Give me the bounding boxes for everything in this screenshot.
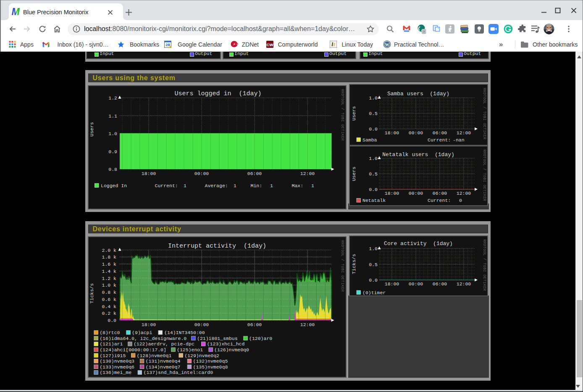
svg-text:1.6 k: 1.6 k xyxy=(102,261,116,267)
svg-text:RRDTOOL / TOBI OETIKER: RRDTOOL / TOBI OETIKER xyxy=(340,89,344,141)
svg-text:(123)xhci_hcd: (123)xhci_hcd xyxy=(207,341,245,347)
svg-text:1.0: 1.0 xyxy=(108,131,117,136)
svg-text:06:00: 06:00 xyxy=(247,322,262,327)
svg-text:0.5: 0.5 xyxy=(369,262,378,267)
svg-text:RRDTOOL / TOBI OETIKER: RRDTOOL / TOBI OETIKER xyxy=(482,149,486,201)
svg-text:0.0: 0.0 xyxy=(369,277,378,283)
svg-text:1.0 k: 1.0 k xyxy=(102,282,116,288)
svg-text:Interrupt activity (1day): Interrupt activity (1day) xyxy=(168,243,266,250)
svg-text:00:00: 00:00 xyxy=(409,281,423,287)
svg-text:0.0: 0.0 xyxy=(369,126,378,132)
svg-text:1.8 k: 1.8 k xyxy=(102,254,116,260)
svg-text:Users logged in (1day): Users logged in (1day) xyxy=(174,90,261,97)
svg-text:(122)aerdrv, pcie-dpc: (122)aerdrv, pcie-dpc xyxy=(134,341,194,347)
svg-text:Samba: Samba xyxy=(362,137,377,143)
svg-text:(0)timer: (0)timer xyxy=(362,290,386,295)
svg-text:Netatalk: Netatalk xyxy=(362,198,386,203)
svg-text:(133)nvme0q6: (133)nvme0q6 xyxy=(100,364,134,370)
svg-text:(131)nvme0q4: (131)nvme0q4 xyxy=(146,358,181,364)
svg-text:0: 0 xyxy=(459,198,462,203)
svg-text:(8)rtc0: (8)rtc0 xyxy=(100,330,120,335)
svg-text:1.4 k: 1.4 k xyxy=(102,269,116,274)
svg-text:00:00: 00:00 xyxy=(409,191,423,196)
svg-text:12:00: 12:00 xyxy=(457,281,471,287)
svg-text:0.5: 0.5 xyxy=(369,111,378,116)
svg-text:00:00: 00:00 xyxy=(194,171,209,176)
svg-text:Current:: Current: xyxy=(428,137,451,143)
svg-text:W: W xyxy=(385,42,389,47)
svg-text:12:00: 12:00 xyxy=(300,322,315,327)
svg-text:(14)INT3450:00: (14)INT3450:00 xyxy=(164,330,205,335)
svg-text:0.9: 0.9 xyxy=(108,149,117,154)
svg-text:00:00: 00:00 xyxy=(409,130,423,136)
svg-text:(16)idma64.0, i2c_designware.0: (16)idma64.0, i2c_designware.0 xyxy=(100,336,186,341)
svg-text:(135)nvme0q8: (135)nvme0q8 xyxy=(193,364,228,370)
svg-text:06:00: 06:00 xyxy=(247,171,262,176)
svg-text:Current:: Current: xyxy=(428,198,451,203)
svg-text:(134)nvme0q7: (134)nvme0q7 xyxy=(146,364,181,370)
svg-text:(128)nvme0q1: (128)nvme0q1 xyxy=(137,353,172,358)
svg-text:(127)i915: (127)i915 xyxy=(100,353,126,358)
svg-text:(120)ar0: (120)ar0 xyxy=(249,336,272,341)
svg-text:Logged In: Logged In xyxy=(101,183,127,188)
svg-text:18:00: 18:00 xyxy=(385,191,399,196)
svg-text:1: 1 xyxy=(270,183,273,188)
svg-text:12:00: 12:00 xyxy=(300,171,315,176)
svg-text:Current:: Current: xyxy=(155,183,178,188)
svg-text:RRDTOOL / TOBI OETIKER: RRDTOOL / TOBI OETIKER xyxy=(340,240,344,292)
svg-text:NET: NET xyxy=(236,43,239,45)
svg-text:-nan: -nan xyxy=(453,137,465,143)
svg-text:(125)eno1: (125)eno1 xyxy=(177,347,203,353)
svg-text:0.8 k: 0.8 k xyxy=(102,290,116,295)
svg-text:0.0: 0.0 xyxy=(369,187,378,192)
svg-text:(136)mei_me: (136)mei_me xyxy=(100,370,131,375)
svg-text:Average:: Average: xyxy=(205,183,228,188)
svg-text:1.2: 1.2 xyxy=(108,95,117,101)
svg-text:18:00: 18:00 xyxy=(385,130,399,136)
svg-text:Ticks/s: Ticks/s xyxy=(351,254,357,274)
svg-text:1.0: 1.0 xyxy=(369,95,378,101)
svg-text:(124)ahci[0000:00:17.0]: (124)ahci[0000:00:17.0] xyxy=(100,347,166,353)
svg-text:M: M xyxy=(11,7,20,16)
svg-text:1.2 k: 1.2 k xyxy=(102,276,116,281)
svg-text:(130)nvme0q3: (130)nvme0q3 xyxy=(100,358,134,364)
svg-text:00:00: 00:00 xyxy=(194,322,209,327)
svg-text:(129)nvme0q2: (129)nvme0q2 xyxy=(184,353,219,358)
svg-text:RRDTOOL / TOBI OETIKER: RRDTOOL / TOBI OETIKER xyxy=(482,88,486,140)
svg-text:(132)nvme0q5: (132)nvme0q5 xyxy=(193,358,228,364)
svg-text:Core activity (1day): Core activity (1day) xyxy=(384,240,453,247)
svg-text:(126)nvme0q0: (126)nvme0q0 xyxy=(214,347,249,353)
svg-text:0.0: 0.0 xyxy=(108,318,116,323)
svg-text:RRDTOOL / TOBI OETIKER: RRDTOOL / TOBI OETIKER xyxy=(482,239,486,291)
svg-text:Users: Users xyxy=(351,106,357,121)
svg-text:(21)i801_smbus: (21)i801_smbus xyxy=(197,336,238,341)
svg-text:1: 1 xyxy=(234,183,236,188)
svg-text:18:00: 18:00 xyxy=(142,171,156,176)
svg-text:CW: CW xyxy=(267,42,273,47)
svg-text:Users: Users xyxy=(89,122,95,137)
svg-text:1.0: 1.0 xyxy=(369,156,378,161)
svg-text:18:00: 18:00 xyxy=(142,322,156,327)
svg-text:Ticks/s: Ticks/s xyxy=(89,283,95,303)
svg-text:12:00: 12:00 xyxy=(457,191,471,196)
svg-text:1.1: 1.1 xyxy=(108,113,117,119)
svg-text:Samba users (1day): Samba users (1day) xyxy=(387,91,449,97)
svg-text:06:00: 06:00 xyxy=(433,130,447,136)
svg-text:Max:: Max: xyxy=(292,183,304,188)
svg-text:2.0 k: 2.0 k xyxy=(102,248,116,253)
svg-text:0.4 k: 0.4 k xyxy=(102,304,116,309)
svg-text:(137)snd_hda_intel:card0: (137)snd_hda_intel:card0 xyxy=(144,370,213,375)
svg-text:18:00: 18:00 xyxy=(385,281,399,287)
svg-text:(121)ar1: (121)ar1 xyxy=(100,341,123,347)
svg-text:0.5: 0.5 xyxy=(369,171,378,177)
svg-text:12:00: 12:00 xyxy=(457,130,471,136)
svg-text:Netatalk users (1day): Netatalk users (1day) xyxy=(382,152,454,158)
svg-text:06:00: 06:00 xyxy=(433,191,447,196)
svg-text:Min:: Min: xyxy=(251,183,263,188)
svg-text:0.6 k: 0.6 k xyxy=(102,297,116,302)
svg-text:(9)acpi: (9)acpi xyxy=(132,330,152,335)
svg-text:06:00: 06:00 xyxy=(433,281,447,287)
svg-text:1: 1 xyxy=(311,183,314,188)
svg-text:1.0: 1.0 xyxy=(369,246,378,251)
svg-text:Users: Users xyxy=(351,167,357,181)
